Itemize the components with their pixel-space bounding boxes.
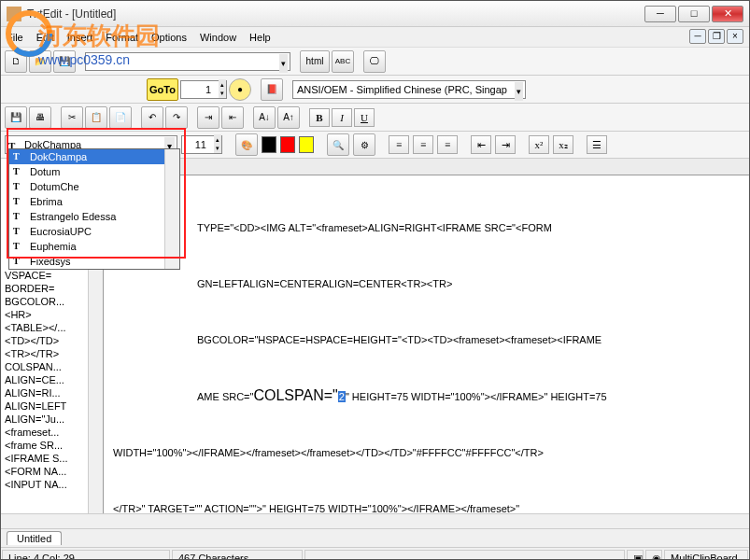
copy-button[interactable]: 📋 (85, 106, 107, 129)
sort-desc-button[interactable]: A↑ (277, 106, 300, 129)
save-button[interactable]: 💾 (53, 50, 76, 73)
main-toolbar: 🗋 📂 💾 html ABC 🖵 (1, 48, 749, 76)
color-red-button[interactable] (280, 136, 295, 153)
editor-content[interactable]: TYPE="<DD><IMG ALT="<frameset>ALIGN=RIGH… (104, 175, 749, 513)
goto-marker-button[interactable]: ● (229, 78, 251, 101)
document-tabs: Untitled (1, 528, 749, 547)
palette-button[interactable]: 🎨 (235, 133, 258, 156)
window-title: TxtEdit - [Untitled] (27, 7, 644, 21)
sort-asc-button[interactable]: A↓ (253, 106, 276, 129)
status-position: Line: 4 Col: 29 (2, 550, 170, 561)
status-bar: Line: 4 Col: 29 467 Characters ▣ ◉ Multi… (1, 547, 749, 560)
indent-left-button[interactable]: ⇤ (221, 106, 244, 129)
status-clipboard[interactable]: MultiClipBoard (664, 550, 748, 561)
menu-window[interactable]: Window (200, 32, 236, 43)
goto-toolbar: GoTo 1 ● 📕 ANSI/OEM - Simplified Chinese… (1, 76, 749, 104)
goto-button[interactable]: GoTo (147, 78, 178, 101)
mdi-restore-button[interactable]: ❐ (708, 29, 725, 44)
goto-spinner[interactable]: 1 (180, 80, 227, 99)
status-empty (304, 550, 625, 561)
indent-right-button[interactable]: ⇥ (197, 106, 219, 129)
status-icon-2[interactable]: ◉ (645, 550, 662, 561)
menu-format[interactable]: Format (106, 32, 138, 43)
spellcheck-button[interactable]: ABC (332, 50, 354, 73)
save-icon[interactable]: 💾 (5, 106, 27, 129)
subscript-button[interactable]: x₂ (553, 135, 573, 154)
maximize-button[interactable]: □ (678, 6, 710, 22)
menu-options[interactable]: Options (151, 32, 187, 43)
font-option-ebrima[interactable]: Ebrima (9, 194, 179, 209)
font-option-dotum[interactable]: Dotum (9, 164, 179, 179)
font-dropdown[interactable]: DokChampa Dotum DotumChe Ebrima Estrange… (8, 148, 180, 270)
font-option-eucrosia[interactable]: EucrosiaUPC (9, 224, 179, 239)
align-right-button[interactable]: ≡ (437, 135, 458, 154)
superscript-button[interactable]: x² (529, 135, 549, 154)
paste-button[interactable]: 📄 (109, 106, 132, 129)
align-center-button[interactable]: ≡ (413, 135, 433, 154)
redo-button[interactable]: ↷ (165, 106, 188, 129)
indent-increase-button[interactable]: ⇤ (471, 135, 491, 154)
ruler (104, 159, 749, 175)
underline-button[interactable]: U (354, 108, 375, 127)
watermark-logo (6, 10, 52, 57)
mdi-minimize-button[interactable]: ─ (689, 29, 706, 44)
font-option-dotumche[interactable]: DotumChe (9, 179, 179, 194)
color-yellow-button[interactable] (299, 136, 314, 153)
indent-decrease-button[interactable]: ⇥ (495, 135, 516, 154)
menu-insert[interactable]: Insert (67, 32, 93, 43)
italic-button[interactable]: I (332, 108, 352, 127)
cut-button[interactable]: ✂ (61, 106, 83, 129)
close-button[interactable]: ✕ (712, 6, 743, 22)
mdi-buttons: ─ ❐ × (689, 29, 743, 44)
bold-button[interactable]: B (309, 108, 330, 127)
encoding-combo[interactable]: ANSI/OEM - Simplified Chinese (PRC, Sing… (292, 80, 526, 99)
title-bar: TxtEdit - [Untitled] ─ □ ✕ (1, 1, 749, 27)
book-button[interactable]: 📕 (261, 78, 283, 101)
text-selection: 2 (338, 391, 346, 402)
find-button[interactable]: 🔍 (327, 133, 349, 156)
font-option-estrangelo[interactable]: Estrangelo Edessa (9, 209, 179, 224)
font-size-spinner[interactable]: 11 (181, 135, 222, 154)
preview-button[interactable]: 🖵 (363, 50, 386, 73)
font-option-dokchampa[interactable]: DokChampa (9, 149, 179, 164)
replace-button[interactable]: ⚙ (353, 133, 375, 156)
status-chars: 467 Characters (172, 550, 303, 561)
font-option-fixedsys[interactable]: Fixedsys (9, 254, 179, 269)
align-left-button[interactable]: ≡ (389, 135, 409, 154)
menu-help[interactable]: Help (249, 32, 271, 43)
document-combo[interactable] (85, 52, 290, 71)
minimize-button[interactable]: ─ (644, 6, 676, 22)
text-editor[interactable]: TYPE="<DD><IMG ALT="<frameset>ALIGN=RIGH… (104, 159, 749, 513)
menu-bar: File Edit Insert Format Options Window H… (1, 27, 749, 48)
font-option-euphemia[interactable]: Euphemia (9, 239, 179, 254)
status-icon-1[interactable]: ▣ (627, 550, 644, 561)
tab-untitled[interactable]: Untitled (7, 531, 62, 545)
window-buttons: ─ □ ✕ (644, 6, 743, 22)
list-button[interactable]: ☰ (587, 135, 607, 154)
html-mode-button[interactable]: html (300, 50, 330, 73)
print-button[interactable]: 🖶 (29, 106, 51, 129)
undo-button[interactable]: ↶ (141, 106, 163, 129)
edit-toolbar: 💾 🖶 ✂ 📋 📄 ↶ ↷ ⇥ ⇤ A↓ A↑ B I U (1, 104, 749, 132)
mdi-close-button[interactable]: × (727, 29, 743, 44)
dropdown-scrollbar[interactable] (164, 149, 179, 269)
color-black-button[interactable] (262, 136, 276, 153)
horizontal-scrollbar[interactable] (1, 513, 749, 528)
